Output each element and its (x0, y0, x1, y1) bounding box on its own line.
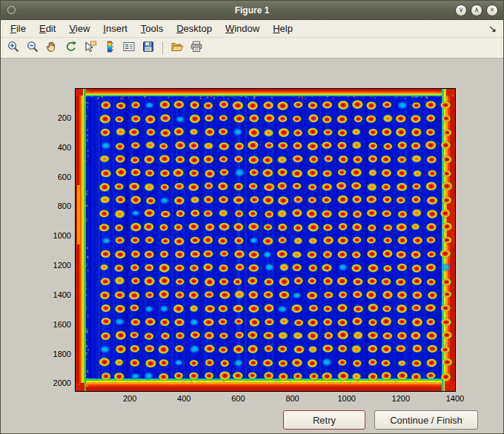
menu-file[interactable]: File (4, 23, 33, 34)
menubar: FileEditViewInsertToolsDesktopWindowHelp… (1, 20, 503, 38)
window-controls: ∨∧× (455, 4, 498, 16)
minimize-button[interactable]: ∨ (455, 4, 467, 16)
maximize-button[interactable]: ∧ (471, 4, 483, 16)
menu-window[interactable]: Window (219, 23, 266, 34)
menu-tools[interactable]: Tools (134, 23, 170, 34)
window-menu-icon[interactable] (7, 6, 16, 14)
x-tick-label: 600 (223, 394, 253, 403)
menu-help[interactable]: Help (266, 23, 299, 34)
y-tick-label: 200 (40, 113, 71, 122)
toolbar (1, 38, 503, 59)
figure-window: Figure 1 ∨∧× FileEditViewInsertToolsDesk… (0, 0, 504, 434)
y-tick-label: 1000 (40, 231, 71, 240)
continue-finish-button[interactable]: Continue / Finish (374, 410, 478, 430)
axes: 2004006008001000120014001600180020002004… (75, 88, 456, 392)
y-tick-label: 1200 (40, 261, 71, 270)
y-tick-label: 1800 (40, 350, 71, 358)
y-tick-label: 1400 (40, 290, 71, 299)
data-cursor-button[interactable] (82, 39, 99, 57)
figure-canvas-area: 2004006008001000120014001600180020002004… (1, 59, 503, 433)
menu-insert[interactable]: Insert (96, 23, 134, 34)
print-figure-icon (190, 40, 203, 56)
x-tick-label: 1400 (440, 394, 470, 403)
rotate-3d-icon (64, 40, 78, 56)
x-tick-label: 1200 (386, 394, 416, 403)
zoom-out-button[interactable] (24, 39, 42, 57)
x-tick-label: 800 (278, 394, 308, 403)
y-tick-label: 1600 (40, 320, 71, 329)
insert-colorbar-button[interactable] (101, 39, 119, 57)
insert-legend-icon (122, 40, 136, 56)
menu-edit[interactable]: Edit (33, 23, 62, 34)
titlebar[interactable]: Figure 1 ∨∧× (1, 1, 503, 20)
print-figure-button[interactable] (188, 39, 205, 57)
toolbar-separator (162, 41, 163, 55)
window-title: Figure 1 (1, 5, 503, 16)
save-figure-button[interactable] (139, 39, 157, 57)
open-file-icon (170, 40, 184, 56)
zoom-in-button[interactable] (4, 39, 22, 57)
menubar-items: FileEditViewInsertToolsDesktopWindowHelp (4, 23, 299, 34)
x-tick-label: 400 (169, 394, 199, 403)
data-cursor-icon (84, 40, 97, 56)
x-tick-label: 200 (115, 394, 145, 403)
y-tick-label: 800 (40, 201, 71, 210)
open-file-button[interactable] (168, 39, 186, 57)
insert-legend-button[interactable] (120, 39, 138, 57)
save-figure-icon (142, 40, 155, 56)
image-plot (76, 89, 455, 391)
pan-icon (45, 40, 59, 56)
y-tick-label: 2000 (40, 378, 71, 387)
pan-button[interactable] (43, 39, 61, 57)
menu-desktop[interactable]: Desktop (170, 23, 219, 34)
y-tick-label: 600 (40, 173, 71, 181)
x-tick-label: 1000 (332, 394, 362, 403)
zoom-out-icon (26, 40, 39, 56)
y-tick-label: 400 (40, 143, 71, 152)
retry-button[interactable]: Retry (283, 410, 365, 430)
dock-figure-icon[interactable]: ↘ (488, 23, 497, 34)
rotate-3d-button[interactable] (62, 39, 80, 57)
insert-colorbar-icon (103, 40, 116, 56)
menu-view[interactable]: View (62, 23, 96, 34)
close-button[interactable]: × (486, 4, 498, 16)
zoom-in-icon (7, 40, 20, 56)
